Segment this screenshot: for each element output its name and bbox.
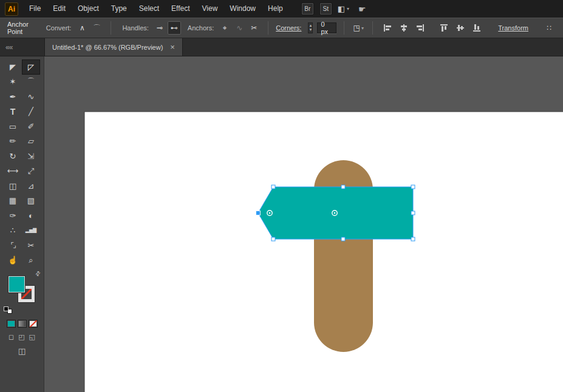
menu-item[interactable]: Select <box>133 0 165 18</box>
magic-wand-tool[interactable]: ✶ <box>4 75 22 90</box>
corners-link[interactable]: Corners: <box>276 24 301 32</box>
hand-tool[interactable]: ☝ <box>4 253 22 268</box>
anchor-handle[interactable] <box>341 185 345 189</box>
menu-item[interactable]: Type <box>105 0 133 18</box>
color-button[interactable] <box>7 320 16 328</box>
none-button[interactable] <box>29 320 38 328</box>
document-tab-title: Untitled-1* @ 66.67% (RGB/Preview) <box>52 44 163 51</box>
control-panel-menu-icon[interactable]: ∷ <box>542 21 556 35</box>
document-tab-bar: «« Untitled-1* @ 66.67% (RGB/Preview) × <box>0 38 563 56</box>
align-horizontal-left-button[interactable] <box>380 21 395 35</box>
draw-normal-mode[interactable]: ◻ <box>9 333 14 341</box>
shape-builder-tool[interactable]: ◫ <box>4 178 22 194</box>
tool-panel: ◤ ◸ ✶ ⌒ ✒ <box>0 56 44 392</box>
draw-mode-icon: ◻ <box>9 333 14 340</box>
stepper-down-icon[interactable]: ▼ <box>309 28 312 32</box>
anchor-handle[interactable] <box>271 185 275 189</box>
line-segment-tool[interactable]: ╱ <box>22 104 40 120</box>
column-graph-tool[interactable]: ▂▅▇ <box>22 223 40 238</box>
selected-anchor-handle[interactable] <box>256 211 261 215</box>
close-icon[interactable]: × <box>170 43 175 51</box>
select-similar-button[interactable]: ◳ ▾ <box>352 21 365 35</box>
artboard-tool[interactable]: ⌜⌟ <box>4 238 22 253</box>
teal-arrow-shape[interactable] <box>258 187 413 239</box>
bridge-button[interactable]: Br <box>301 2 314 15</box>
convert-to-corner-button[interactable]: ∧ <box>75 21 89 35</box>
convert-to-smooth-button[interactable]: ⌒ <box>90 21 103 35</box>
align-vertical-bottom-button[interactable] <box>469 21 484 35</box>
width-tool[interactable]: ⟷ <box>4 164 22 179</box>
menu-item[interactable]: Window <box>223 0 262 18</box>
draw-mode-icon: ◰ <box>18 333 24 340</box>
gradient-tool[interactable]: ▧ <box>22 194 40 209</box>
anchor-handle[interactable] <box>341 237 345 241</box>
direct-selection-tool[interactable]: ◸ <box>22 59 40 75</box>
align-horizontal-right-button[interactable] <box>413 21 428 35</box>
anchor-handle[interactable] <box>411 237 415 241</box>
curvature-tool[interactable]: ∿ <box>22 89 40 104</box>
rotate-tool[interactable]: ↻ <box>4 149 22 164</box>
zoom-tool[interactable]: ⌕ <box>22 253 40 268</box>
separator <box>111 21 111 35</box>
app-logo[interactable]: Ai <box>5 2 18 16</box>
type-tool[interactable]: T <box>4 104 22 120</box>
screen-mode-button[interactable]: ◫ <box>18 346 26 356</box>
chevron-down-icon: ▾ <box>347 6 349 12</box>
free-transform-tool[interactable]: ⤢ <box>22 164 40 179</box>
workspace-switcher[interactable]: ◧ ▾ <box>338 4 349 13</box>
swap-fill-stroke-icon[interactable]: ⇄ <box>33 269 42 278</box>
menu-item[interactable]: Help <box>262 0 289 18</box>
corners-input[interactable]: 0 px <box>317 22 336 33</box>
draw-behind-mode[interactable]: ◰ <box>18 333 24 341</box>
menu-item[interactable]: Effect <box>165 0 196 18</box>
panel-collapse-icon[interactable]: «« <box>0 38 44 56</box>
menubar: Ai FileEditObjectTypeSelectEffectViewWin… <box>0 0 563 18</box>
tool-icon: ∿ <box>28 93 35 101</box>
menu-item[interactable]: File <box>23 0 47 18</box>
align-horizontal-center-button[interactable] <box>397 21 411 35</box>
perspective-grid-tool[interactable]: ⊿ <box>22 178 40 194</box>
default-fill-stroke-icon[interactable] <box>4 306 12 314</box>
pen-tool[interactable]: ✒ <box>4 89 22 104</box>
selection-tool[interactable]: ◤ <box>4 59 22 75</box>
blend-tool[interactable]: ◐ <box>22 208 40 223</box>
cut-path-button[interactable]: ✂ <box>247 21 261 35</box>
anchor-handle[interactable] <box>411 211 415 215</box>
tool-icon: ◸ <box>28 63 34 71</box>
pencil-tool[interactable]: ✏ <box>4 134 22 149</box>
mesh-tool[interactable]: ▦ <box>4 194 22 209</box>
slice-tool[interactable]: ✂ <box>22 238 40 253</box>
scale-tool[interactable]: ⇲ <box>22 149 40 164</box>
menu-item[interactable]: View <box>196 0 224 18</box>
anchor-handle[interactable] <box>411 185 415 189</box>
eraser-tool[interactable]: ▱ <box>22 134 40 149</box>
eyedropper-tool[interactable]: ✑ <box>4 208 22 223</box>
align-vertical-center-button[interactable] <box>453 21 468 35</box>
rectangle-tool[interactable]: ▭ <box>4 119 22 134</box>
tool-icon: ⌕ <box>29 256 33 264</box>
show-handles-button[interactable]: ⊷ <box>168 21 181 35</box>
tool-icon: T <box>10 107 16 116</box>
stock-button[interactable]: St <box>319 2 332 15</box>
lasso-tool[interactable]: ⌒ <box>22 75 40 90</box>
workspace-layout-icon: ◧ <box>338 4 345 13</box>
symbol-sprayer-tool[interactable]: ∴ <box>4 223 22 238</box>
corners-stepper[interactable]: ▲ ▼ <box>308 22 313 33</box>
stepper-up-icon[interactable]: ▲ <box>309 24 312 28</box>
connect-anchors-button[interactable]: ∿ <box>233 21 246 35</box>
tool-icon: ✏ <box>10 137 16 145</box>
menu-item[interactable]: Object <box>72 0 105 18</box>
touch-workspace-icon[interactable]: ☛ <box>358 4 366 14</box>
hide-handles-button[interactable]: ⊸ <box>153 21 166 35</box>
transform-link[interactable]: Transform <box>498 24 528 32</box>
fill-swatch[interactable] <box>9 276 25 292</box>
document-tab[interactable]: Untitled-1* @ 66.67% (RGB/Preview) × <box>44 38 183 56</box>
menu-item[interactable]: Edit <box>47 0 72 18</box>
draw-inside-mode[interactable]: ◱ <box>29 333 35 341</box>
gradient-button[interactable] <box>18 320 27 328</box>
anchor-handle[interactable] <box>271 237 275 241</box>
paintbrush-tool[interactable]: ✐ <box>22 119 40 134</box>
remove-anchor-button[interactable]: ⌖ <box>218 21 231 35</box>
align-vertical-top-button[interactable] <box>437 21 451 35</box>
canvas[interactable] <box>44 56 563 392</box>
